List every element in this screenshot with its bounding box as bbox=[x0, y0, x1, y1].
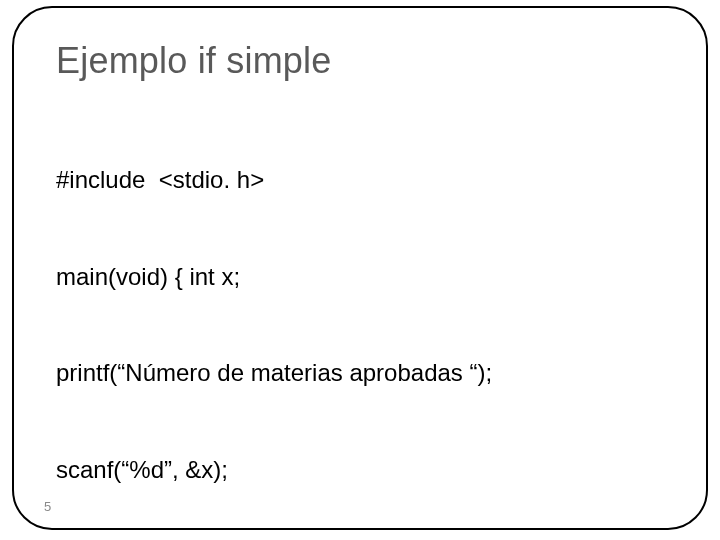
page-number: 5 bbox=[44, 499, 51, 514]
slide: Ejemplo if simple #include <stdio. h> ma… bbox=[0, 0, 720, 540]
code-line: printf(“Número de materias aprobadas “); bbox=[56, 357, 664, 389]
code-line: #include <stdio. h> bbox=[56, 164, 664, 196]
slide-title: Ejemplo if simple bbox=[56, 40, 664, 82]
code-line: main(void) { int x; bbox=[56, 261, 664, 293]
slide-frame: Ejemplo if simple #include <stdio. h> ma… bbox=[12, 6, 708, 530]
code-block: #include <stdio. h> main(void) { int x; … bbox=[56, 100, 664, 540]
code-line: scanf(“%d”, &x); bbox=[56, 454, 664, 486]
